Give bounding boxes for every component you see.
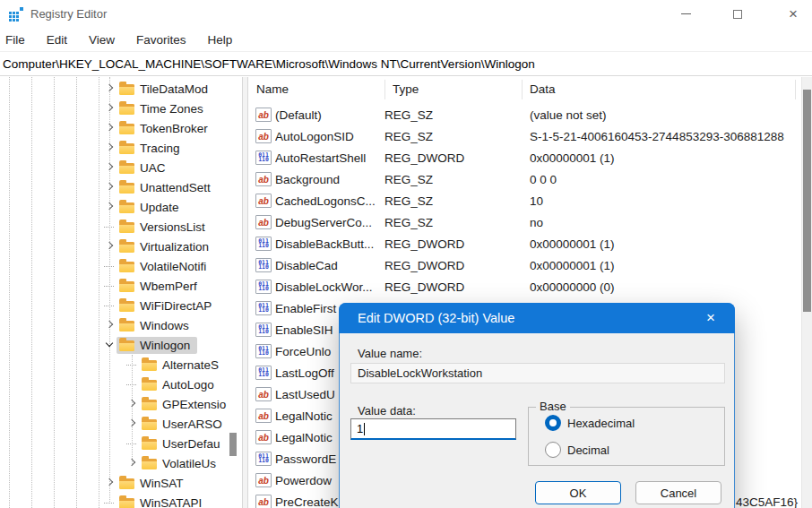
maximize-button[interactable] [722,0,753,28]
tree-item[interactable]: UserARSO [126,414,229,434]
tree-item-body[interactable]: Time Zones [117,100,211,117]
menu-item-help[interactable]: Help [206,31,235,48]
tree-item[interactable]: UnattendSett [104,177,218,197]
tree-item-body[interactable]: Update [117,199,186,216]
tree-item[interactable]: GPExtensio [126,394,233,414]
tree-item[interactable]: UserDefau [126,434,228,453]
registry-value-row[interactable]: ab CachedLogonsC... REG_SZ 10 [248,190,801,211]
tree-item[interactable]: Time Zones [104,99,211,118]
registry-value-row[interactable]: ab Background REG_SZ 0 0 0 [248,168,801,190]
expand-chevron-icon[interactable] [126,375,139,394]
radio-hexadecimal[interactable]: Hexadecimal [545,415,635,431]
registry-value-row[interactable]: 011 110 DisableLockWor... REG_DWORD 0x00… [248,276,801,297]
tree-item[interactable]: UAC [104,158,173,177]
registry-value-row[interactable]: 011 110 AutoRestartShell REG_DWORD 0x000… [248,147,801,168]
expand-chevron-icon[interactable] [104,217,117,237]
value-name-field[interactable]: DisableLockWorkstation [350,363,725,383]
expand-chevron-icon[interactable] [104,177,117,197]
cancel-button[interactable]: Cancel [635,481,721,504]
expand-chevron-icon[interactable] [104,335,117,355]
tree-item-body[interactable]: UnattendSett [117,179,218,196]
expand-chevron-icon[interactable] [104,315,117,335]
tree-item[interactable]: VolatileNotifi [104,256,213,276]
tree-item[interactable]: WinSAT [104,473,191,493]
tree-scrollbar-thumb[interactable] [229,433,237,456]
tree-item[interactable]: WiFiDirectAP [104,296,219,315]
tree-item-body[interactable]: TokenBroker [117,120,215,137]
tree-item-body[interactable]: UserDefau [139,435,228,452]
tree-item-body[interactable]: AlternateS [139,357,226,374]
expand-chevron-icon[interactable] [126,434,139,453]
expand-chevron-icon[interactable] [104,158,117,177]
expand-chevron-icon[interactable] [126,453,139,473]
expand-chevron-icon[interactable] [104,99,117,118]
dialog-close-button[interactable]: × [699,306,722,330]
minimize-button[interactable] [670,0,701,28]
list-scrollbar-track[interactable] [801,77,812,508]
tree-item-body[interactable]: GPExtensio [139,396,233,413]
tree-item[interactable]: AlternateS [126,355,226,375]
tree-item[interactable]: VolatileUs [126,453,223,473]
tree-item-body[interactable]: Windows [117,317,196,334]
registry-value-row[interactable]: ab (Default) REG_SZ (value not set) [248,104,801,125]
tree-item-body[interactable]: Tracing [117,140,187,157]
expand-chevron-icon[interactable] [104,473,117,493]
expand-chevron-icon[interactable] [104,79,117,99]
address-bar[interactable]: Computer\HKEY_LOCAL_MACHINE\SOFTWARE\Mic… [0,51,812,76]
ok-button[interactable]: OK [535,481,621,504]
tree-item[interactable]: TileDataMod [104,79,215,99]
registry-value-row[interactable]: 011 110 DisableBackButt... REG_DWORD 0x0… [248,233,801,254]
tree-item[interactable]: VersionsList [104,217,212,237]
expand-chevron-icon[interactable] [126,394,139,414]
tree-item-body[interactable]: WinSATAPI [117,495,209,508]
tree-item-body[interactable]: UAC [117,159,173,177]
expand-chevron-icon[interactable] [104,237,117,256]
expand-chevron-icon[interactable] [104,296,117,315]
list-scrollbar-thumb[interactable] [803,90,811,312]
tree-item-body[interactable]: VolatileUs [139,455,223,472]
radio-decimal[interactable]: Decimal [545,442,609,458]
expand-chevron-icon[interactable] [104,256,117,276]
column-separator[interactable] [795,80,796,99]
menu-item-view[interactable]: View [87,31,117,48]
expand-chevron-icon[interactable] [104,197,117,217]
expand-chevron-icon[interactable] [104,138,117,158]
tree-item[interactable]: TokenBroker [104,118,215,138]
tree-item[interactable]: Virtualization [104,237,216,256]
tree-item-body[interactable]: VolatileNotifi [117,258,213,275]
column-separator[interactable] [522,80,523,99]
menu-item-edit[interactable]: Edit [45,31,69,48]
expand-chevron-icon[interactable] [104,118,117,138]
tree-item[interactable]: Update [104,197,186,217]
expand-chevron-icon[interactable] [104,276,117,296]
column-header-type[interactable]: Type [393,82,419,96]
tree-item-body[interactable]: WinSAT [117,475,191,492]
registry-value-row[interactable]: ab DebugServerCo... REG_SZ no [248,211,801,233]
tree-item[interactable]: WbemPerf [104,276,204,296]
tree-item[interactable]: WinSATAPI [104,493,209,508]
tree-item-body[interactable]: TileDataMod [117,81,215,98]
close-button[interactable]: × [778,0,808,28]
tree-item-body[interactable]: Virtualization [117,238,216,255]
registry-value-row[interactable]: ab AutoLogonSID REG_SZ S-1-5-21-40061604… [248,125,801,147]
expand-chevron-icon[interactable] [126,414,139,434]
column-header-data[interactable]: Data [530,82,556,96]
menu-item-favorites[interactable]: Favorites [134,31,188,48]
expand-chevron-icon[interactable] [126,355,139,375]
pane-splitter[interactable] [242,77,248,508]
tree-item[interactable]: Windows [104,315,196,335]
tree-item[interactable]: Tracing [104,138,187,158]
tree-item-body[interactable]: WbemPerf [117,278,204,295]
menu-item-file[interactable]: File [4,31,27,48]
tree-item-body[interactable]: WiFiDirectAP [117,297,219,314]
tree-item[interactable]: AutoLogo [126,375,221,394]
column-separator[interactable] [384,80,385,99]
expand-chevron-icon[interactable] [104,493,117,508]
column-header-name[interactable]: Name [256,82,289,96]
value-data-input[interactable]: 1 [350,418,516,440]
tree-item-body[interactable]: UserARSO [139,416,229,433]
tree-item-body[interactable]: Winlogon [117,337,197,354]
tree-item-body[interactable]: VersionsList [117,219,212,236]
tree-item[interactable]: Winlogon [104,335,197,355]
registry-value-row[interactable]: 011 110 DisableCad REG_DWORD 0x00000001 … [248,254,801,276]
